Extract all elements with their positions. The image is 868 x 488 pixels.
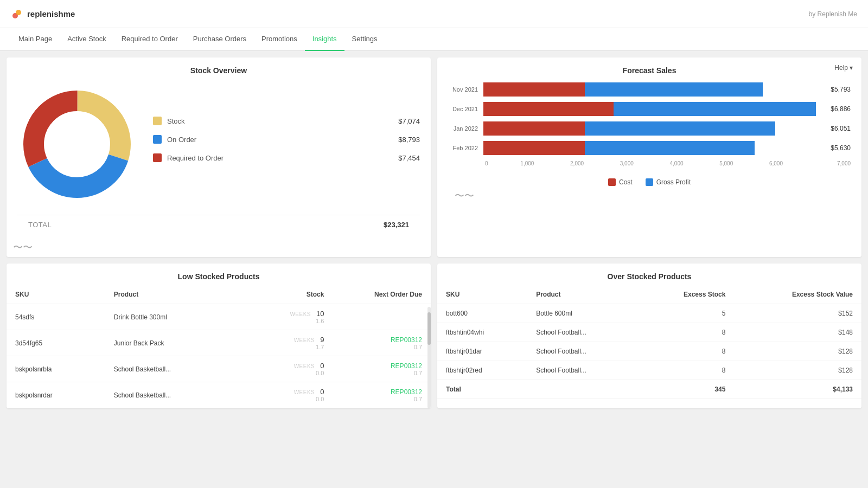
main-content: Stock Overview Stock (0, 51, 868, 415)
bar-row: Nov 2021 $5,793 (448, 82, 851, 97)
bar-row: Dec 2021 $6,886 (448, 102, 851, 116)
stock-sub: 0.0 (248, 396, 324, 402)
over-cell-product: School Football... (527, 361, 637, 380)
wave-icon-forecast: 〜〜 (448, 186, 851, 206)
over-cell-product (527, 380, 637, 399)
stock-main: 10 (316, 310, 324, 318)
app-by: by Replenish Me (809, 10, 857, 18)
legend-stock-label: Stock (167, 117, 393, 125)
nav-settings[interactable]: Settings (344, 28, 385, 51)
low-stock-table: SKU Product Stock Next Order Due 54sdfs … (7, 285, 431, 408)
stock-sub: 0.0 (248, 370, 324, 376)
bar-profit (614, 102, 816, 116)
bar-total: $5,630 (821, 144, 851, 152)
donut-chart (17, 85, 137, 204)
bar-label: Feb 2022 (448, 145, 483, 151)
order-link[interactable]: REP00312 (341, 336, 422, 344)
table-row: 54sdfs Drink Bottle 300ml WEEKS 10 1.6 (7, 304, 431, 330)
cell-next-order: REP003120.7 (333, 356, 431, 382)
over-cell-value: $148 (734, 323, 861, 342)
forecast-legend: Cost Gross Profit (448, 178, 851, 186)
forecast-content: Nov 2021 $5,793 Dec 2021 $6,886 Jan 2022… (437, 77, 861, 214)
table-row: Total 345 $4,133 (437, 380, 861, 399)
stock-overview-panel: Stock Overview Stock (7, 57, 431, 257)
stock-overview-content: Stock $7,074 On Order $8,793 Required to… (7, 79, 431, 215)
table-row: bott600 Bottle 600ml 5 $152 (437, 304, 861, 323)
bar-cost (483, 141, 585, 155)
legend-stock-dot (153, 117, 162, 125)
cell-product: Drink Bottle 300ml (105, 304, 240, 330)
order-link[interactable]: REP00312 (341, 388, 422, 396)
order-sub: 0.7 (341, 344, 422, 350)
over-cell-excess: 8 (637, 342, 734, 361)
bar-row: Jan 2022 $6,051 (448, 121, 851, 136)
over-cell-product: Bottle 600ml (527, 304, 637, 323)
cell-sku: 54sdfs (7, 304, 105, 330)
legend-on-order-dot (153, 135, 162, 144)
legend-stock: Stock $7,074 (153, 117, 420, 125)
bar-cost (483, 102, 614, 116)
over-cell-excess: 5 (637, 304, 734, 323)
table-row: bskpolsnrdar School Basketball... WEEKS … (7, 382, 431, 408)
x-axis: 0 1,000 2,000 3,000 4,000 5,000 6,000 7,… (448, 160, 851, 166)
over-cell-sku: Total (437, 380, 527, 399)
nav-insights[interactable]: Insights (305, 28, 344, 51)
order-link[interactable]: REP00312 (341, 362, 422, 370)
nav-promotions[interactable]: Promotions (254, 28, 305, 51)
bar-total: $5,793 (821, 86, 851, 93)
bar-profit (585, 121, 775, 136)
stock-total-value: $23,321 (384, 221, 409, 229)
legend-on-order-value: $8,793 (398, 136, 420, 144)
col-product: Product (105, 285, 240, 304)
cost-dot (608, 178, 616, 186)
weeks-label: WEEKS (294, 363, 318, 369)
nav-active-stock[interactable]: Active Stock (60, 28, 114, 51)
legend-on-order: On Order $8,793 (153, 135, 420, 144)
bar-total: $6,886 (821, 105, 851, 113)
nav-required-to-order[interactable]: Required to Order (114, 28, 186, 51)
forecast-sales-panel: Forecast Sales Help ▾ Nov 2021 $5,793 De… (437, 57, 861, 257)
cell-product: Junior Back Pack (105, 330, 240, 356)
over-stock-title: Over Stocked Products (437, 264, 861, 285)
app-logo: replenishme (11, 8, 75, 20)
cell-stock: WEEKS 0 0.0 (240, 356, 333, 382)
over-cell-value: $128 (734, 361, 861, 380)
bar-track (483, 82, 821, 97)
col-next-order: Next Order Due (333, 285, 431, 304)
legend-stock-value: $7,074 (398, 117, 420, 125)
col-sku: SKU (7, 285, 105, 304)
bar-profit (585, 82, 763, 97)
nav-purchase-orders[interactable]: Purchase Orders (186, 28, 254, 51)
bar-track (483, 141, 821, 155)
donut-svg (17, 85, 137, 204)
logo-icon (11, 8, 23, 20)
over-cell-excess: 8 (637, 361, 734, 380)
nav-bar: Main Page Active Stock Required to Order… (0, 28, 868, 51)
cell-sku: 3d54fg65 (7, 330, 105, 356)
over-cell-product: School Football... (527, 342, 637, 361)
over-cell-excess: 8 (637, 323, 734, 342)
low-stock-title: Low Stocked Products (7, 264, 431, 285)
weeks-label: WEEKS (290, 311, 314, 317)
over-cell-product: School Football... (527, 323, 637, 342)
wave-icon-stock: 〜〜 (7, 237, 431, 257)
bar-label: Nov 2021 (448, 86, 483, 93)
bar-cost (483, 82, 585, 97)
weeks-label: WEEKS (294, 337, 318, 343)
over-cell-excess: 345 (637, 380, 734, 399)
help-button[interactable]: Help ▾ (834, 64, 853, 72)
nav-main-page[interactable]: Main Page (11, 28, 60, 51)
over-stock-table: SKU Product Excess Stock Excess Stock Va… (437, 285, 861, 399)
stock-main: 9 (320, 336, 324, 344)
bar-cost (483, 121, 585, 136)
weeks-label: WEEKS (294, 389, 318, 395)
over-stock-header-row: SKU Product Excess Stock Excess Stock Va… (437, 285, 861, 304)
over-stock-table-container: SKU Product Excess Stock Excess Stock Va… (437, 285, 861, 399)
over-col-excess: Excess Stock (637, 285, 734, 304)
cell-next-order: REP003120.7 (333, 382, 431, 408)
over-cell-value: $152 (734, 304, 861, 323)
over-col-sku: SKU (437, 285, 527, 304)
table-row: 3d54fg65 Junior Back Pack WEEKS 9 1.7 RE… (7, 330, 431, 356)
table-row: bskpolsnrbla School Basketball... WEEKS … (7, 356, 431, 382)
bar-chart: Nov 2021 $5,793 Dec 2021 $6,886 Jan 2022… (448, 77, 851, 172)
